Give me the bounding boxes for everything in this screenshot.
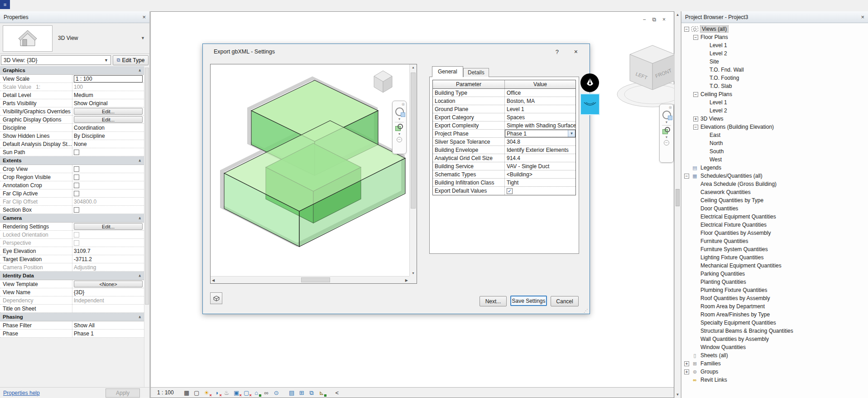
edit-button[interactable]: Edit... [74, 223, 143, 230]
collapse-chevron-icon[interactable]: ∧ [139, 159, 142, 163]
tree-item-lighting-fixture-quantities[interactable]: Lighting Fixture Quantities [681, 253, 868, 262]
collapse-chevron-icon[interactable]: ∧ [139, 216, 142, 220]
checkbox[interactable] [74, 191, 79, 196]
section-header-identity-data[interactable]: Identity Data∧ [0, 272, 144, 280]
canvas-scrollbar[interactable]: ▲ ▼ [674, 11, 681, 398]
property-value[interactable]: Phase 1 [72, 330, 144, 337]
tree-item-casework-quantities[interactable]: Casework Quantities [681, 188, 868, 196]
pen-tool-overlay-button[interactable] [580, 73, 599, 92]
edit-button[interactable]: Edit... [74, 108, 143, 115]
tree-expander-minus[interactable]: − [693, 92, 698, 97]
tree-item-plumbing-fixture-quantities[interactable]: Plumbing Fixture Quantities [681, 286, 868, 294]
property-value[interactable] [72, 231, 144, 238]
minimize-icon[interactable]: − [643, 16, 646, 23]
tree-item-furniture-quantities[interactable]: Furniture Quantities [681, 237, 868, 245]
checkbox[interactable] [74, 240, 79, 246]
tree-item-views-all[interactable]: −Views (all) [681, 25, 868, 33]
lock-3d-view-icon[interactable]: ⌂ [253, 389, 260, 397]
close-icon[interactable]: × [662, 16, 666, 23]
visual-style-icon[interactable]: ▢ [193, 389, 201, 397]
close-icon[interactable]: × [861, 14, 864, 20]
scroll-down-icon[interactable]: ▼ [675, 391, 681, 398]
tree-item-mechanical-equipment-quantities[interactable]: Mechanical Equipment Quantities [681, 262, 868, 270]
tree-item-level-2[interactable]: Level 2 [681, 49, 868, 58]
property-value[interactable]: Medium [72, 91, 144, 99]
properties-help-link[interactable]: Properties help [3, 390, 40, 396]
tree-item-level-2[interactable]: Level 2 [681, 107, 868, 115]
tree-item-specialty-equipment-quantities[interactable]: Specialty Equipment Quantities [681, 319, 868, 327]
property-value[interactable]: By Discipline [72, 132, 144, 140]
navigation-bar[interactable]: ⊗ ▾ ▾ − [659, 104, 674, 163]
temporary-hide-isolate-icon[interactable]: ∞ [263, 389, 270, 397]
parameter-value[interactable]: Spaces [505, 113, 575, 121]
restore-icon[interactable]: ⧉ [652, 16, 656, 23]
tree-item-parking-quantities[interactable]: Parking Quantities [681, 270, 868, 278]
property-value[interactable]: Edit... [72, 223, 144, 230]
steering-wheel-icon[interactable] [395, 107, 404, 116]
property-value[interactable]: Edit... [72, 107, 144, 115]
property-value[interactable]: None [72, 140, 144, 148]
property-value[interactable] [72, 181, 144, 189]
checkbox[interactable] [74, 175, 79, 180]
tree-item-sheets-all[interactable]: ▯Sheets (all) [681, 351, 868, 359]
property-value[interactable]: Edit... [72, 116, 144, 123]
scroll-up-icon[interactable]: ▴ [410, 65, 417, 69]
tree-item-ceiling-quantities-by-type[interactable]: Ceiling Quantities by Type [681, 196, 868, 204]
chevron-down-icon[interactable]: ▾ [666, 121, 667, 124]
tab-general[interactable]: General [432, 66, 463, 77]
close-icon[interactable]: ⊗ [401, 102, 405, 106]
tree-item-window-quantities[interactable]: Window Quantities [681, 343, 868, 351]
edit-button[interactable]: Edit... [74, 116, 143, 123]
property-value-input[interactable]: 1 : 100 [74, 75, 143, 83]
parameter-value[interactable]: Phase 1▼ [505, 130, 575, 137]
resize-grip[interactable]: ⋰ [584, 308, 588, 313]
chevron-down-icon[interactable]: ▼ [104, 58, 108, 63]
type-selector[interactable]: 3D View ▼ [0, 23, 149, 54]
project-phase-combobox[interactable]: Phase 1▼ [505, 130, 575, 137]
cancel-button[interactable]: Cancel [551, 296, 579, 306]
preview-viewcube[interactable] [368, 68, 397, 96]
parameter-value[interactable]: <Building> [505, 170, 575, 178]
parameter-value[interactable]: Boston, MA [505, 97, 575, 105]
collapse-icon[interactable]: − [397, 137, 402, 142]
tree-item-schedules-quantities-all[interactable]: −▦Schedules/Quantities (all) [681, 172, 868, 180]
temporary-view-properties-icon[interactable]: ▤ [288, 389, 296, 397]
parameter-value[interactable]: 304.8 [505, 138, 575, 146]
rendering-dialog-icon[interactable]: ♨ [223, 389, 230, 397]
parameter-value[interactable]: Identify Exterior Elements [505, 146, 575, 154]
collapse-icon[interactable]: − [664, 140, 669, 146]
property-value[interactable]: 3109.7 [72, 247, 144, 255]
tree-expander-minus[interactable]: − [693, 125, 698, 130]
parameter-value[interactable]: VAV - Single Duct [505, 162, 575, 170]
checkbox[interactable] [74, 207, 79, 213]
tree-item-level-1[interactable]: Level 1 [681, 41, 868, 49]
checkbox[interactable] [74, 232, 79, 238]
property-value[interactable]: Independent [72, 296, 144, 304]
chevron-down-icon[interactable]: ▼ [141, 36, 145, 40]
scrollbar-thumb[interactable] [301, 277, 330, 282]
close-icon[interactable]: × [574, 48, 578, 55]
tree-expander-plus[interactable]: + [684, 369, 689, 374]
app-menu-icon[interactable]: ≡ [0, 0, 10, 9]
tree-item-west[interactable]: West [681, 155, 868, 164]
tree-item-room-area-finishes-by-type[interactable]: Room Area/Finishes by Type [681, 311, 868, 319]
steering-wheel-icon[interactable] [662, 111, 671, 119]
chevron-down-icon[interactable]: ▾ [398, 117, 400, 121]
tree-item-floor-quantities-by-assembly[interactable]: Floor Quantities by Assembly [681, 229, 868, 237]
collapse-chevron-icon[interactable]: ∧ [139, 68, 142, 73]
tree-item-east[interactable]: East [681, 131, 868, 139]
property-value[interactable]: {3D} [72, 288, 144, 296]
tree-item-t-o-slab[interactable]: T.O. Slab [681, 82, 868, 90]
cyan-overlay-button[interactable] [581, 94, 599, 114]
crop-view-icon[interactable]: ▣× [233, 389, 240, 397]
tree-item-area-schedule-gross-building[interactable]: Area Schedule (Gross Building) [681, 180, 868, 188]
reveal-constraints-icon[interactable]: ⊾ [318, 389, 326, 397]
scrollbar-thumb[interactable] [676, 189, 680, 206]
tree-item-t-o-footing[interactable]: T.O. Footing [681, 74, 868, 82]
tree-item-t-o-fnd-wall[interactable]: T.O. Fnd. Wall [681, 66, 868, 74]
expand-viewbar-icon[interactable]: < [333, 389, 341, 397]
zoom-region-icon[interactable] [662, 127, 671, 134]
close-icon[interactable]: ⊗ [668, 106, 672, 109]
collapse-chevron-icon[interactable]: ∧ [139, 274, 142, 278]
tree-item-roof-quantities-by-assembly[interactable]: Roof Quantities by Assembly [681, 294, 868, 302]
